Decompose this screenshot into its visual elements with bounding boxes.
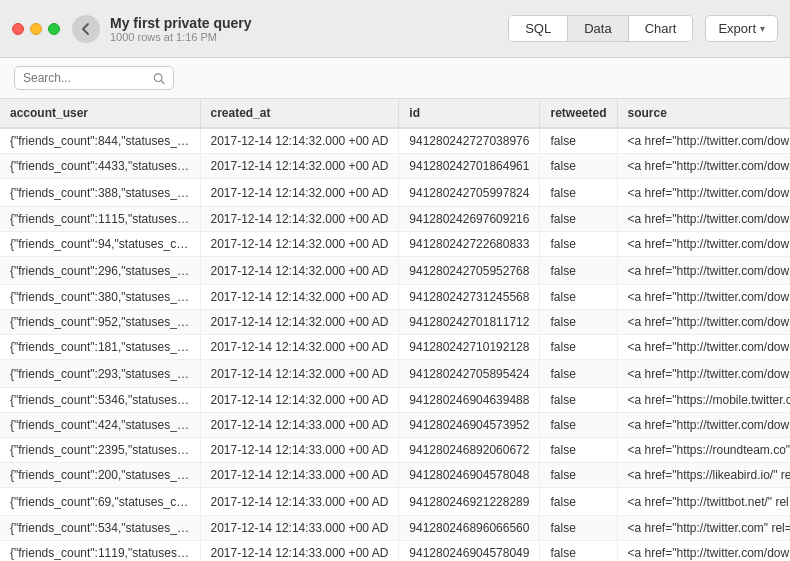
table-cell-4-1: 2017-12-14 12:14:32.000 +00 AD [200,232,399,257]
table-row: {"friends_count":296,"statuses_coun2017-… [0,257,790,285]
table-cell-7-4: <a href="http://twitter.com/downloac [617,310,790,335]
export-button[interactable]: Export ▾ [705,15,778,42]
column-header-retweeted: retweeted [540,99,617,128]
table-cell-14-2: 941280246921228289 [399,488,540,516]
table-cell-10-3: false [540,388,617,413]
table-row: {"friends_count":844,"statuses_coun2017-… [0,128,790,154]
table-cell-10-2: 941280246904639488 [399,388,540,413]
table-cell-12-0: {"friends_count":2395,"statuses_coun [0,438,200,463]
table-cell-11-2: 941280246904573952 [399,413,540,438]
query-subtitle: 1000 rows at 1:16 PM [110,31,508,43]
table-cell-0-2: 941280242727038976 [399,128,540,154]
tab-chart[interactable]: Chart [629,16,693,41]
table-row: {"friends_count":94,"statuses_coun2017-1… [0,232,790,257]
table-cell-5-0: {"friends_count":296,"statuses_coun [0,257,200,285]
table-cell-2-0: {"friends_count":388,"statuses_coun [0,179,200,207]
column-header-created_at: created_at [200,99,399,128]
table-cell-8-4: <a href="http://twitter.com/downloac [617,335,790,360]
table-row: {"friends_count":200,"statuses_coun2017-… [0,463,790,488]
table-cell-8-1: 2017-12-14 12:14:32.000 +00 AD [200,335,399,360]
data-table-container: account_usercreated_atidretweetedsourcet… [0,99,790,561]
table-cell-9-1: 2017-12-14 12:14:32.000 +00 AD [200,360,399,388]
table-cell-13-3: false [540,463,617,488]
table-cell-8-2: 941280242710192128 [399,335,540,360]
export-arrow: ▾ [760,23,765,34]
back-button[interactable] [72,15,100,43]
table-cell-15-0: {"friends_count":534,"statuses_coun [0,516,200,541]
tab-data[interactable]: Data [568,16,628,41]
table-row: {"friends_count":952,"statuses_coun2017-… [0,310,790,335]
table-cell-14-4: <a href="http://twittbot.net/" rel="no [617,488,790,516]
table-cell-6-1: 2017-12-14 12:14:32.000 +00 AD [200,285,399,310]
table-row: {"friends_count":5346,"statuses_coun2017… [0,388,790,413]
table-row: {"friends_count":424,"statuses_coun2017-… [0,413,790,438]
table-cell-13-4: <a href="https://likeabird.io/" rel= [617,463,790,488]
table-cell-15-1: 2017-12-14 12:14:33.000 +00 AD [200,516,399,541]
close-traffic-light[interactable] [12,23,24,35]
table-cell-7-2: 941280242701811712 [399,310,540,335]
column-header-account_user: account_user [0,99,200,128]
table-cell-7-0: {"friends_count":952,"statuses_coun [0,310,200,335]
tab-sql[interactable]: SQL [509,16,568,41]
table-cell-9-4: <a href="http://twitter.com/downloac [617,360,790,388]
table-cell-9-3: false [540,360,617,388]
table-cell-2-2: 941280242705997824 [399,179,540,207]
table-cell-4-3: false [540,232,617,257]
search-input[interactable] [23,71,153,85]
table-cell-11-3: false [540,413,617,438]
tab-group: SQL Data Chart [508,15,693,42]
column-header-id: id [399,99,540,128]
table-cell-11-0: {"friends_count":424,"statuses_coun [0,413,200,438]
table-row: {"friends_count":293,"statuses_coun2017-… [0,360,790,388]
table-cell-4-2: 941280242722680833 [399,232,540,257]
table-cell-6-0: {"friends_count":380,"statuses_coun [0,285,200,310]
table-row: {"friends_count":2395,"statuses_coun2017… [0,438,790,463]
table-cell-0-3: false [540,128,617,154]
data-table: account_usercreated_atidretweetedsourcet… [0,99,790,561]
table-cell-3-2: 941280242697609216 [399,207,540,232]
column-header-source: source [617,99,790,128]
title-bar: My first private query 1000 rows at 1:16… [0,0,790,58]
table-cell-11-4: <a href="http://twitter.com/downloac [617,413,790,438]
table-cell-15-3: false [540,516,617,541]
table-cell-8-3: false [540,335,617,360]
table-cell-0-0: {"friends_count":844,"statuses_coun [0,128,200,154]
table-cell-6-3: false [540,285,617,310]
table-body: {"friends_count":844,"statuses_coun2017-… [0,128,790,561]
fullscreen-traffic-light[interactable] [48,23,60,35]
table-cell-2-3: false [540,179,617,207]
table-cell-9-0: {"friends_count":293,"statuses_coun [0,360,200,388]
query-title: My first private query [110,15,508,31]
table-cell-2-4: <a href="http://twitter.com/downloac [617,179,790,207]
minimize-traffic-light[interactable] [30,23,42,35]
table-row: {"friends_count":388,"statuses_coun2017-… [0,179,790,207]
table-cell-16-0: {"friends_count":1119,"statuses_coun [0,541,200,562]
table-cell-10-0: {"friends_count":5346,"statuses_coun [0,388,200,413]
table-cell-6-2: 941280242731245568 [399,285,540,310]
table-cell-14-0: {"friends_count":69,"statuses_coun [0,488,200,516]
table-cell-3-4: <a href="http://twitter.com/downloac [617,207,790,232]
table-row: {"friends_count":1115,"statuses_coun2017… [0,207,790,232]
table-cell-16-2: 941280246904578049 [399,541,540,562]
table-row: {"friends_count":1119,"statuses_coun2017… [0,541,790,562]
table-cell-13-0: {"friends_count":200,"statuses_coun [0,463,200,488]
table-cell-4-0: {"friends_count":94,"statuses_coun [0,232,200,257]
search-icon [153,72,165,85]
search-bar [0,58,790,99]
table-cell-0-4: <a href="http://twitter.com/downloac [617,128,790,154]
table-cell-16-4: <a href="http://twitter.com/downloac [617,541,790,562]
table-cell-3-1: 2017-12-14 12:14:32.000 +00 AD [200,207,399,232]
table-row: {"friends_count":181,"statuses_coun2017-… [0,335,790,360]
table-cell-12-3: false [540,438,617,463]
table-cell-5-1: 2017-12-14 12:14:32.000 +00 AD [200,257,399,285]
table-cell-15-4: <a href="http://twitter.com" rel="nof [617,516,790,541]
table-cell-1-2: 941280242701864961 [399,154,540,179]
table-cell-4-4: <a href="http://twitter.com/downloac [617,232,790,257]
table-cell-3-0: {"friends_count":1115,"statuses_coun [0,207,200,232]
table-cell-9-2: 941280242705895424 [399,360,540,388]
table-cell-13-2: 941280246904578048 [399,463,540,488]
query-title-info: My first private query 1000 rows at 1:16… [110,15,508,43]
svg-line-1 [161,80,164,83]
table-cell-8-0: {"friends_count":181,"statuses_coun [0,335,200,360]
table-cell-16-3: false [540,541,617,562]
